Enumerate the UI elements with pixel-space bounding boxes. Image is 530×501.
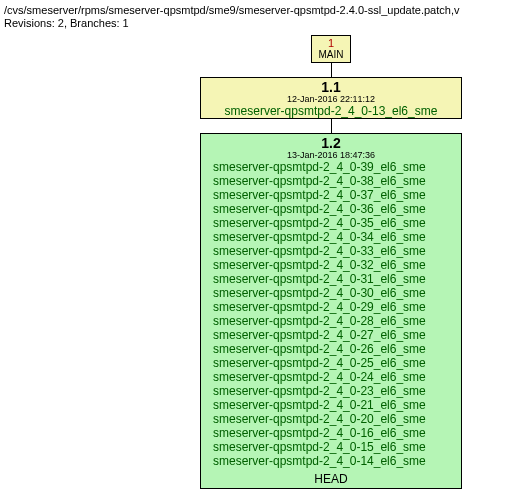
revision-date: 12-Jan-2016 22:11:12	[201, 94, 461, 104]
revision-tag: smeserver-qpsmtpd-2_4_0-34_el6_sme	[207, 230, 455, 244]
revision-tag: smeserver-qpsmtpd-2_4_0-33_el6_sme	[207, 244, 455, 258]
branch-label: MAIN	[316, 49, 346, 60]
revision-tag: smeserver-qpsmtpd-2_4_0-14_el6_sme	[207, 454, 455, 468]
revision-tag: smeserver-qpsmtpd-2_4_0-28_el6_sme	[207, 314, 455, 328]
revision-tag: smeserver-qpsmtpd-2_4_0-30_el6_sme	[207, 286, 455, 300]
revision-tag: smeserver-qpsmtpd-2_4_0-26_el6_sme	[207, 342, 455, 356]
revision-tag: smeserver-qpsmtpd-2_4_0-39_el6_sme	[207, 160, 455, 174]
revision-tag: smeserver-qpsmtpd-2_4_0-27_el6_sme	[207, 328, 455, 342]
revision-date: 13-Jan-2016 18:47:36	[201, 150, 461, 160]
revision-tag: smeserver-qpsmtpd-2_4_0-36_el6_sme	[207, 202, 455, 216]
head-label: HEAD	[201, 472, 461, 488]
file-path: /cvs/smeserver/rpms/smeserver-qpsmtpd/sm…	[4, 4, 526, 16]
revision-1-1-node[interactable]: 1.1 12-Jan-2016 22:11:12 smeserver-qpsmt…	[200, 77, 462, 119]
revision-tag: smeserver-qpsmtpd-2_4_0-24_el6_sme	[207, 370, 455, 384]
revision-tag: smeserver-qpsmtpd-2_4_0-25_el6_sme	[207, 356, 455, 370]
revision-tag: smeserver-qpsmtpd-2_4_0-35_el6_sme	[207, 216, 455, 230]
revision-tag: smeserver-qpsmtpd-2_4_0-37_el6_sme	[207, 188, 455, 202]
revisions-line: Revisions: 2, Branches: 1	[4, 17, 526, 29]
revision-version: 1.1	[201, 80, 461, 94]
revision-tag: smeserver-qpsmtpd-2_4_0-38_el6_sme	[207, 174, 455, 188]
edge-11-to-12	[331, 119, 332, 133]
revision-tag: smeserver-qpsmtpd-2_4_0-31_el6_sme	[207, 272, 455, 286]
edge-main-to-11	[331, 63, 332, 77]
revision-tag: smeserver-qpsmtpd-2_4_0-16_el6_sme	[207, 426, 455, 440]
revision-tag: smeserver-qpsmtpd-2_4_0-23_el6_sme	[207, 384, 455, 398]
revision-tag: smeserver-qpsmtpd-2_4_0-32_el6_sme	[207, 258, 455, 272]
revision-1-2-node[interactable]: 1.2 13-Jan-2016 18:47:36 smeserver-qpsmt…	[200, 133, 462, 489]
revision-version: 1.2	[201, 136, 461, 150]
revision-graph: 1 MAIN 1.1 12-Jan-2016 22:11:12 smeserve…	[4, 35, 526, 489]
revision-tag: smeserver-qpsmtpd-2_4_0-21_el6_sme	[207, 398, 455, 412]
branch-main-node[interactable]: 1 MAIN	[311, 35, 351, 63]
revision-tag: smeserver-qpsmtpd-2_4_0-29_el6_sme	[207, 300, 455, 314]
branch-number: 1	[316, 37, 346, 49]
revision-tag-list: smeserver-qpsmtpd-2_4_0-39_el6_smesmeser…	[201, 160, 461, 472]
revision-tag: smeserver-qpsmtpd-2_4_0-15_el6_sme	[207, 440, 455, 454]
revision-tag: smeserver-qpsmtpd-2_4_0-20_el6_sme	[207, 412, 455, 426]
revision-tag: smeserver-qpsmtpd-2_4_0-13_el6_sme	[201, 104, 461, 118]
